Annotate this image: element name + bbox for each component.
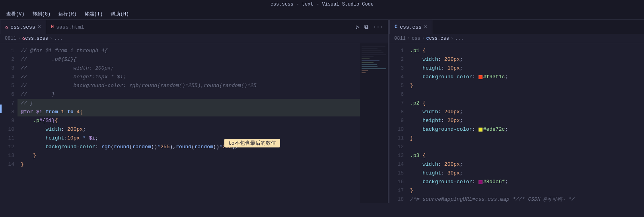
code-line-8: @for $i from 1 to 4 { [18,108,360,116]
breadcrumb-file: css.scss [25,36,48,41]
svg-rect-1 [362,48,377,49]
run-icon[interactable]: ▷ [354,23,361,31]
r-code-line-7: .p2 { [407,99,644,108]
left-code-area: 1 2 3 4 5 6 7 8 9 10 11 12 13 14 // @for… [0,43,388,203]
right-breadcrumb: 0811 › css › C css.css › ... [389,34,644,43]
code-line-2: // .p#{$i}{ [18,55,360,64]
r-code-line-5: } [407,81,644,90]
menu-view[interactable]: 查看(V) [3,10,28,18]
r-code-line-4: background-color : #f93f1c ; [407,73,644,81]
left-panel: ✿ css.scss × H sass.html ▷ ⧉ ··· 0811 › … [0,20,388,203]
svg-rect-8 [362,62,374,63]
tab-sass-html[interactable]: H sass.html [46,20,89,34]
color-swatch-2 [479,128,483,132]
code-line-4: // height:10px * $i; [18,73,360,81]
code-line-3: // width: 200px; [18,64,360,73]
linenum-2: 2 [2,55,14,64]
svg-rect-7 [362,60,379,61]
color-swatch-1 [479,75,483,79]
menu-bar: 查看(V) 转到(G) 运行(R) 终端(T) 帮助(H) [0,9,644,20]
code-line-12: background-color : rgb ( round ( random … [18,143,360,151]
breadcrumb-text: 0811 [5,36,16,41]
r-code-line-12 [407,143,644,151]
linenum-9: 9 [2,116,14,125]
r-code-line-13: .p3 { [407,151,644,160]
right-breadcrumb-icon: C [426,36,429,41]
r-code-line-10: background-color : #ede72c ; [407,125,644,134]
r-code-line-9: height : 20px ; [407,116,644,125]
left-tab-bar: ✿ css.scss × H sass.html ▷ ⧉ ··· [0,20,388,34]
code-line-14: } [18,160,360,169]
r-code-line-18: /*# sourceMappingURL=css.css.map */ /* C… [407,195,644,203]
code-line-5: // background-color: rgb(round(random()*… [18,81,360,90]
tab-css-scss[interactable]: ✿ css.scss × [0,20,46,34]
linenum-10: 10 [2,125,14,134]
menu-goto[interactable]: 转到(G) [29,10,54,18]
css-icon: C [395,24,397,30]
r-code-line-6 [407,90,644,99]
svg-rect-3 [362,52,383,53]
right-panel: C css.css × 0811 › css › C css.css › ... [389,20,644,203]
r-code-line-8: width : 200px ; [407,108,644,116]
tab-css-css[interactable]: C css.css × [389,20,432,34]
linenum-1: 1 [2,46,14,55]
breadcrumb-icon: ✿ [22,35,25,41]
linenum-5: 5 [2,81,14,90]
tab-css-css-close[interactable]: × [424,24,427,30]
r-code-line-14: width : 200px ; [407,160,644,169]
code-line-9: .p #{ $i } { [18,116,360,125]
code-line-11: height : 10px * $i ; [18,134,360,143]
tab-sass-html-label: sass.html [56,24,84,30]
r-code-line-15: height : 30px ; [407,169,644,178]
linenum-7: 7 [2,99,14,108]
title-bar-text: css.scss - text - Visual Studio Code [270,2,374,7]
menu-terminal[interactable]: 终端(T) [82,10,106,18]
linenum-13: 13 [2,151,14,160]
linenum-14: 14 [2,160,14,169]
tab-css-css-label: css.css [400,24,422,30]
right-code-area: 1 2 3 4 5 6 7 8 9 10 11 12 13 14 15 16 1… [389,43,644,203]
editor-container: ✿ css.scss × H sass.html ▷ ⧉ ··· 0811 › … [0,20,644,203]
code-line-1: // @for $i from 1 through 4{ [18,46,360,55]
svg-rect-5 [362,56,374,57]
menu-run[interactable]: 运行(R) [55,10,80,18]
linenum-12: 12 [2,143,14,151]
r-code-line-11: } [407,134,644,143]
linenum-8: 8 [2,108,14,116]
html-icon: H [51,24,54,30]
svg-rect-10 [362,66,377,67]
svg-rect-12 [362,70,368,71]
title-bar: css.scss - text - Visual Studio Code [0,0,644,9]
more-icon[interactable]: ··· [372,23,385,31]
r-code-line-16: background-color : #8d0c6f ; [407,178,644,186]
linenum-4: 4 [2,73,14,81]
svg-rect-6 [362,58,370,59]
r-code-line-1: .p1 { [407,46,644,55]
svg-rect-4 [362,54,386,55]
r-code-line-17: } [407,186,644,195]
code-line-6: // } [18,90,360,99]
linenum-6: 6 [2,90,14,99]
linenum-11: 11 [2,134,14,143]
right-tab-bar: C css.css × [389,20,644,34]
tooltip-to: to不包含最后的数值 [224,139,280,147]
svg-rect-2 [362,50,381,51]
scss-icon: ✿ [5,24,8,30]
code-line-7: // } [18,99,360,108]
left-breadcrumb: 0811 › ✿ css.scss › ... [0,34,388,43]
svg-rect-11 [362,68,386,69]
tab-css-scss-close[interactable]: × [38,24,41,30]
left-minimap [360,43,388,203]
svg-rect-0 [362,46,385,47]
r-code-line-2: width : 200px ; [407,55,644,64]
code-line-10: width : 200px ; [18,125,360,134]
split-icon[interactable]: ⧉ [363,23,370,31]
r-code-line-3: height : 10px ; [407,64,644,73]
right-code-content[interactable]: .p1 { width : 200px ; height : [407,43,644,203]
menu-help[interactable]: 帮助(H) [107,10,132,18]
color-swatch-3 [479,180,483,184]
left-line-numbers: 1 2 3 4 5 6 7 8 9 10 11 12 13 14 [2,43,18,203]
code-line-13: } [18,151,360,160]
left-code-content[interactable]: // @for $i from 1 through 4{ // .p#{$i}{… [18,43,360,203]
tab-css-scss-label: css.scss [10,24,35,30]
